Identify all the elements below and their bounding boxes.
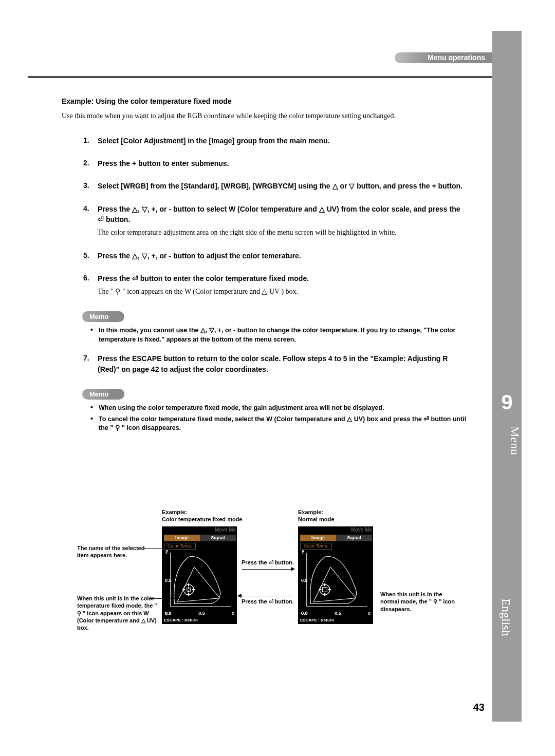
memo-2-item-2: To cancel the color temperature fixed mo… [90,415,468,433]
figure-normal-mode: Example: Normal mode Move Me Image Signa… [298,508,373,624]
step-4: 4.Press the △, ▽, +, or - button to sele… [83,204,468,238]
annotation-fixed-icon: When this unit is in the color temperatu… [77,595,159,631]
figure-fixed-caption: Example: Color temperature fixed mode [162,508,242,523]
svg-rect-5 [192,589,195,590]
svg-rect-14 [323,587,327,592]
chapter-number: 9 [492,392,522,412]
step-6: 6.Press the ⏎ button to enter the color … [83,273,468,297]
leader-line [144,548,164,549]
press-enter-label: Press the ⏎ button. [242,599,294,604]
step-3: 3.Select [WRGB] from the [Standard], [WR… [83,181,468,191]
annotation-normal-icon: When this unit is in the normal mode, th… [380,591,460,613]
language-label: English [492,591,522,642]
memo-badge-1: Memo [82,311,124,322]
lock-icon [187,587,191,592]
svg-rect-10 [324,583,325,586]
move-label: Move Me [215,527,236,533]
move-label: Move Me [351,527,372,533]
step-1: 1.Select [Color Adjustment] in the [Imag… [83,136,468,146]
memo-badge-2: Memo [82,389,124,400]
press-enter-label: Press the ⏎ button. [242,560,294,565]
step-2: 2.Press the + button to enter submenus. [83,158,468,168]
steps-list-cont: 7.Press the ESCAPE button to return to t… [83,353,468,374]
tab-signal[interactable]: Signal [200,535,236,541]
step-4-note: The color temperature adjustment area on… [98,228,468,238]
cie-chart-fixed: y x 0.5 0.0 0.0 0.5 [166,550,234,610]
example-heading: Example: Using the color temperature fix… [62,97,468,106]
header-bar: Menu operations [28,52,492,71]
cie-chart-normal: y x 0.5 0.0 0.0 0.5 [302,550,370,610]
steps-list: 1.Select [Color Adjustment] in the [Imag… [83,136,468,297]
menu-screen-fixed: Move Me Image Signal Color Temp. y x 0.5… [162,526,237,624]
breadcrumb-color-temp: Color Temp. [300,543,332,550]
step-6-note: The " ⚲ " icon appears on the W (Color t… [98,287,468,297]
menu-tabs: Image Signal [164,535,236,541]
memo-2-list: When using the color temperature fixed m… [90,404,468,433]
leader-line [352,595,378,595]
svg-rect-6 [188,593,189,596]
leader-line [150,598,181,599]
escape-hint: ESCAPE : Return [164,618,198,622]
cie-diagram-icon [166,550,234,612]
chapter-title: Menu [492,421,522,462]
figure-normal-caption: Example: Normal mode [298,508,373,523]
step-7: 7.Press the ESCAPE button to return to t… [83,353,468,374]
svg-rect-11 [319,589,322,590]
escape-hint: ESCAPE : Return [300,618,334,622]
memo-1-list: In this mode, you cannot use the △, ▽, +… [90,326,468,344]
svg-rect-4 [182,589,186,590]
tab-signal[interactable]: Signal [336,535,372,541]
svg-rect-13 [324,593,325,596]
menu-tabs: Image Signal [300,535,372,541]
memo-1-item: In this mode, you cannot use the △, ▽, +… [90,326,468,344]
breadcrumb-color-temp: Color Temp. [164,543,196,550]
step-5: 5.Press the △, ▽, +, or - button to adju… [83,251,468,261]
tab-image[interactable]: Image [300,535,336,541]
svg-rect-12 [328,589,331,590]
side-tab: 9 Menu English [492,31,522,722]
header-rule [28,76,492,78]
tab-image[interactable]: Image [164,535,200,541]
content-area: Example: Using the color temperature fix… [62,97,468,442]
cie-diagram-icon [302,550,370,612]
figure-fixed-mode: Example: Color temperature fixed mode Mo… [162,508,242,624]
example-intro: Use this mode when you want to adjust th… [62,111,468,121]
annotation-name-here: The name of the selected item appears he… [77,544,154,559]
memo-2-item-1: When using the color temperature fixed m… [90,404,468,413]
menu-screen-normal: Move Me Image Signal Color Temp. y x 0.5… [298,526,373,624]
section-title: Menu operations [395,52,492,63]
page-frame: 9 Menu English Menu operations Example: … [28,31,522,722]
svg-rect-3 [188,583,189,586]
page-number: 43 [473,702,485,712]
